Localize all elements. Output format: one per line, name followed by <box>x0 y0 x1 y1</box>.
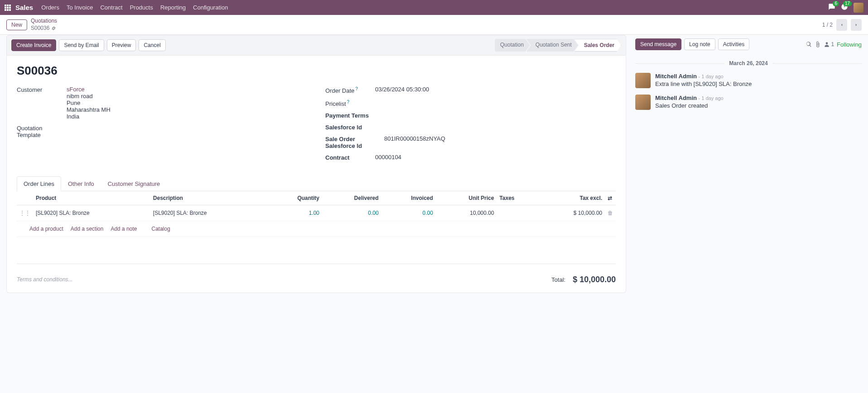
form-sheet: S00036 Customer sForce nibm road Pune Ma… <box>6 56 626 293</box>
activities-button[interactable]: Activities <box>718 38 749 50</box>
log-note-button[interactable]: Log note <box>684 38 715 50</box>
new-button[interactable]: New <box>6 19 27 30</box>
breadcrumb-row: New Quotations S00036 1 / 2 <box>0 15 868 35</box>
col-invoiced[interactable]: Invoiced <box>381 191 436 205</box>
action-bar: Create Invoice Send by Email Preview Can… <box>6 35 626 56</box>
messaging-icon[interactable]: 6 <box>828 3 835 12</box>
delete-row-icon[interactable]: 🗑 <box>605 205 616 221</box>
order-date-value[interactable]: 03/26/2024 05:30:00 <box>375 86 616 94</box>
cancel-button[interactable]: Cancel <box>139 39 165 51</box>
add-note-link[interactable]: Add a note <box>110 226 137 232</box>
col-taxes[interactable]: Taxes <box>497 191 537 205</box>
message-author[interactable]: Mitchell Admin <box>655 73 697 80</box>
tab-order-lines[interactable]: Order Lines <box>17 176 61 191</box>
create-invoice-button[interactable]: Create Invoice <box>11 39 56 51</box>
menu-products[interactable]: Products <box>130 4 153 11</box>
chatter-message: Mitchell Admin - 1 day ago Sales Order c… <box>635 95 862 110</box>
menu-configuration[interactable]: Configuration <box>193 4 228 11</box>
pricelist-label: Pricelist? <box>326 99 375 107</box>
status-bar: Quotation Quotation Sent Sales Order <box>495 39 621 52</box>
customer-addr-line: nibm road <box>67 93 93 99</box>
column-options-icon[interactable]: ⇄ <box>605 191 616 205</box>
chatter-panel: Send message Log note Activities 1 Follo… <box>626 35 862 293</box>
drag-handle-icon[interactable]: ⋮⋮ <box>17 205 33 221</box>
message-time: - 1 day ago <box>699 74 724 79</box>
cell-quantity[interactable]: 1.00 <box>268 205 322 221</box>
col-unit-price[interactable]: Unit Price <box>436 191 497 205</box>
help-icon[interactable]: ? <box>347 99 350 104</box>
search-icon[interactable] <box>806 41 812 47</box>
order-date-label: Order Date? <box>326 86 375 94</box>
send-message-button[interactable]: Send message <box>635 38 681 50</box>
pager-prev-button[interactable] <box>836 19 847 31</box>
cell-product[interactable]: [SL9020] SLA: Bronze <box>33 205 150 221</box>
pager-next-button[interactable] <box>851 19 862 31</box>
quotation-template-label: Quotation Template <box>17 124 67 138</box>
cell-invoiced[interactable]: 0.00 <box>381 205 436 221</box>
status-quotation-sent[interactable]: Quotation Sent <box>527 39 578 52</box>
message-avatar[interactable] <box>635 73 651 88</box>
menu-to-invoice[interactable]: To Invoice <box>67 4 93 11</box>
quotation-template-value[interactable] <box>67 124 307 138</box>
total-value: $ 10,000.00 <box>573 275 616 284</box>
gear-icon[interactable] <box>51 26 56 31</box>
help-icon[interactable]: ? <box>355 86 358 91</box>
breadcrumb-parent[interactable]: Quotations <box>31 18 57 25</box>
add-product-link[interactable]: Add a product <box>29 226 63 232</box>
payment-terms-value[interactable] <box>375 112 616 119</box>
col-description[interactable]: Description <box>150 191 268 205</box>
followers-icon[interactable]: 1 <box>824 41 834 47</box>
tabs: Order Lines Other Info Customer Signatur… <box>17 176 616 191</box>
so-salesforce-id-label: Sale Order Salesforce Id <box>326 135 384 149</box>
col-quantity[interactable]: Quantity <box>268 191 322 205</box>
contract-value[interactable]: 00000104 <box>375 154 616 161</box>
chatter-date-header: March 26, 2024 <box>729 60 767 66</box>
message-text: Extra line with [SL9020] SLA: Bronze <box>655 80 752 87</box>
follower-count: 1 <box>831 41 834 47</box>
terms-input[interactable]: Terms and conditions... <box>17 276 551 283</box>
tab-customer-signature[interactable]: Customer Signature <box>101 176 167 191</box>
payment-terms-label: Payment Terms <box>326 112 375 119</box>
preview-button[interactable]: Preview <box>107 39 136 51</box>
customer-addr-line: Pune <box>67 99 80 106</box>
message-avatar[interactable] <box>635 95 651 110</box>
customer-link[interactable]: sForce <box>67 86 85 93</box>
col-product[interactable]: Product <box>33 191 150 205</box>
messaging-badge: 6 <box>833 1 839 6</box>
activity-badge: 17 <box>843 1 852 6</box>
cell-description[interactable]: [SL9020] SLA: Bronze <box>150 205 268 221</box>
cell-taxes[interactable] <box>497 205 537 221</box>
col-delivered[interactable]: Delivered <box>322 191 381 205</box>
cell-delivered[interactable]: 0.00 <box>322 205 381 221</box>
so-salesforce-id-value[interactable]: 801IR00000158zNYAQ <box>384 135 616 149</box>
pager-text: 1 / 2 <box>822 22 833 28</box>
pricelist-value[interactable] <box>375 99 616 107</box>
message-time: - 1 day ago <box>699 95 724 101</box>
add-section-link[interactable]: Add a section <box>71 226 104 232</box>
user-avatar[interactable] <box>854 3 863 13</box>
salesforce-id-value[interactable] <box>375 123 616 131</box>
status-quotation[interactable]: Quotation <box>495 39 530 52</box>
status-sales-order[interactable]: Sales Order <box>575 39 621 52</box>
breadcrumb-current: S00036 <box>31 25 49 32</box>
cell-subtotal: $ 10,000.00 <box>537 205 605 221</box>
customer-addr-line: Maharashtra MH <box>67 106 110 113</box>
tab-other-info[interactable]: Other Info <box>61 176 101 191</box>
activity-icon[interactable]: 17 <box>841 3 848 12</box>
add-links-row: Add a product Add a section Add a note C… <box>17 221 616 237</box>
col-tax-excl[interactable]: Tax excl. <box>537 191 605 205</box>
table-row[interactable]: ⋮⋮ [SL9020] SLA: Bronze [SL9020] SLA: Br… <box>17 205 616 221</box>
apps-icon[interactable] <box>5 5 11 11</box>
cell-unit-price[interactable]: 10,000.00 <box>436 205 497 221</box>
menu-reporting[interactable]: Reporting <box>160 4 186 11</box>
message-text: Sales Order created <box>655 102 724 109</box>
message-author[interactable]: Mitchell Admin <box>655 95 697 101</box>
menu-contract[interactable]: Contract <box>100 4 122 11</box>
attachment-icon[interactable] <box>815 41 821 47</box>
catalog-link[interactable]: Catalog <box>152 226 170 232</box>
following-button[interactable]: Following <box>837 41 862 48</box>
app-brand[interactable]: Sales <box>15 4 33 11</box>
menu-orders[interactable]: Orders <box>41 4 59 11</box>
send-by-email-button[interactable]: Send by Email <box>59 39 104 51</box>
total-label: Total: <box>551 276 566 283</box>
